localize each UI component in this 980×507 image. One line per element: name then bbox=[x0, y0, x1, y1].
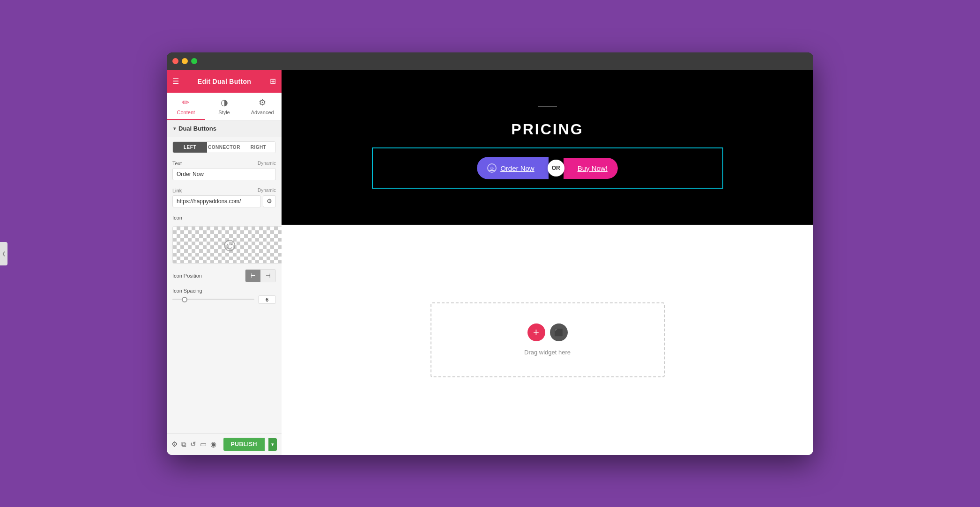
dual-button-right[interactable]: Buy Now! bbox=[564, 158, 618, 179]
eye-icon[interactable]: ◉ bbox=[210, 440, 216, 448]
maximize-button[interactable] bbox=[191, 58, 197, 64]
section-title: Dual Buttons bbox=[178, 125, 216, 132]
icon-label: Icon bbox=[172, 215, 276, 220]
drop-zone-text: Drag widget here bbox=[524, 349, 571, 356]
content-tab-label: Content bbox=[177, 110, 195, 115]
right-tab-button[interactable]: RIGHT bbox=[241, 142, 275, 153]
titlebar bbox=[167, 52, 813, 70]
white-section: + ⬛ Drag widget here bbox=[282, 225, 813, 455]
mac-window: ☰ Edit Dual Button ⊞ ✏ Content ◑ Style ⚙… bbox=[167, 52, 813, 455]
history-icon[interactable]: ↺ bbox=[190, 440, 196, 448]
icon-position-before-button[interactable]: ⊢ bbox=[245, 270, 260, 282]
grid-icon[interactable]: ⊞ bbox=[270, 77, 276, 86]
hero-section: PRICING ☺ Order Now OR bbox=[282, 70, 813, 225]
widget-button[interactable]: ⬛ bbox=[550, 323, 568, 341]
tab-content[interactable]: ✏ Content bbox=[167, 93, 205, 120]
link-settings-icon: ⚙ bbox=[267, 198, 272, 205]
connector-circle: OR bbox=[548, 160, 564, 176]
left-button-icon: ☺ bbox=[487, 163, 497, 173]
icon-label-group: Icon bbox=[167, 211, 282, 226]
drop-zone-buttons: + ⬛ bbox=[527, 323, 568, 341]
minimize-button[interactable] bbox=[182, 58, 188, 64]
link-label: Link bbox=[172, 188, 182, 193]
link-label-row: Link Dynamic bbox=[172, 188, 276, 193]
link-input-wrapper: ⚙ bbox=[172, 195, 276, 207]
icon-spacing-slider[interactable] bbox=[172, 299, 254, 300]
add-widget-button[interactable]: + bbox=[527, 323, 545, 341]
text-dynamic-label: Dynamic bbox=[258, 161, 276, 166]
publish-button[interactable]: PUBLISH bbox=[223, 438, 265, 451]
hero-title: PRICING bbox=[511, 121, 583, 138]
text-label-row: Text Dynamic bbox=[172, 161, 276, 166]
icon-position-buttons: ⊢ ⊣ bbox=[245, 269, 276, 282]
close-button[interactable] bbox=[172, 58, 178, 64]
link-field-group: Link Dynamic ⚙ bbox=[167, 184, 282, 211]
sidebar: ☰ Edit Dual Button ⊞ ✏ Content ◑ Style ⚙… bbox=[167, 70, 282, 455]
style-tab-icon: ◑ bbox=[221, 97, 228, 108]
smiley-icon: ☺ bbox=[220, 234, 239, 255]
menu-icon[interactable]: ☰ bbox=[172, 77, 179, 86]
section-chevron-icon: ▾ bbox=[173, 126, 176, 131]
settings-icon[interactable]: ⚙ bbox=[171, 440, 178, 448]
connector-tab-button[interactable]: CONNECTOR bbox=[207, 142, 241, 153]
sidebar-header: ☰ Edit Dual Button ⊞ bbox=[167, 70, 282, 93]
plus-icon: + bbox=[533, 326, 539, 338]
widget-icon: ⬛ bbox=[554, 328, 564, 337]
monitor-icon[interactable]: ▭ bbox=[200, 440, 207, 448]
icon-position-after-button[interactable]: ⊣ bbox=[260, 270, 275, 282]
hero-divider bbox=[538, 106, 557, 107]
link-dynamic-label: Dynamic bbox=[258, 188, 276, 193]
icon-position-label: Icon Position bbox=[172, 273, 202, 279]
app-body: ☰ Edit Dual Button ⊞ ✏ Content ◑ Style ⚙… bbox=[167, 70, 813, 455]
icon-spacing-control bbox=[172, 295, 276, 304]
button-sub-tabs: LEFT CONNECTOR RIGHT bbox=[172, 141, 276, 153]
link-input[interactable] bbox=[172, 195, 261, 207]
advanced-tab-icon: ⚙ bbox=[259, 97, 266, 108]
layers-icon[interactable]: ⧉ bbox=[181, 440, 186, 448]
left-icon-symbol: ☺ bbox=[490, 165, 495, 171]
content-tab-icon: ✏ bbox=[182, 97, 189, 108]
left-button-text: Order Now bbox=[500, 164, 535, 172]
dual-button-wrapper: ☺ Order Now OR Buy Now! bbox=[372, 147, 723, 189]
connector-text: OR bbox=[552, 165, 560, 171]
style-tab-label: Style bbox=[218, 110, 230, 115]
icon-spacing-row: Icon Spacing bbox=[167, 286, 282, 308]
publish-dropdown-button[interactable]: ▾ bbox=[268, 438, 277, 451]
advanced-tab-label: Advanced bbox=[251, 110, 274, 115]
main-content: PRICING ☺ Order Now OR bbox=[282, 70, 813, 455]
tab-advanced[interactable]: ⚙ Advanced bbox=[243, 93, 282, 120]
dual-button: ☺ Order Now OR Buy Now! bbox=[477, 157, 618, 179]
right-button-text: Buy Now! bbox=[578, 164, 608, 172]
tab-style[interactable]: ◑ Style bbox=[205, 93, 244, 120]
sidebar-bottom: ⚙ ⧉ ↺ ▭ ◉ PUBLISH ▾ bbox=[167, 434, 282, 455]
left-tab-button[interactable]: LEFT bbox=[173, 142, 207, 153]
text-input[interactable] bbox=[172, 168, 276, 180]
text-label: Text bbox=[172, 161, 182, 166]
sidebar-title: Edit Dual Button bbox=[198, 78, 251, 85]
dual-buttons-section-header[interactable]: ▾ Dual Buttons bbox=[167, 120, 282, 137]
link-settings-button[interactable]: ⚙ bbox=[263, 195, 276, 207]
sidebar-tabs: ✏ Content ◑ Style ⚙ Advanced bbox=[167, 93, 282, 120]
text-field-group: Text Dynamic bbox=[167, 157, 282, 184]
icon-spacing-label: Icon Spacing bbox=[172, 288, 276, 294]
drop-zone: + ⬛ Drag widget here bbox=[431, 302, 665, 377]
dual-button-left[interactable]: ☺ Order Now bbox=[477, 157, 549, 179]
icon-position-row: Icon Position ⊢ ⊣ bbox=[167, 267, 282, 284]
icon-spacing-value-input[interactable] bbox=[258, 295, 276, 304]
icon-preview[interactable]: ☺ bbox=[172, 226, 287, 264]
